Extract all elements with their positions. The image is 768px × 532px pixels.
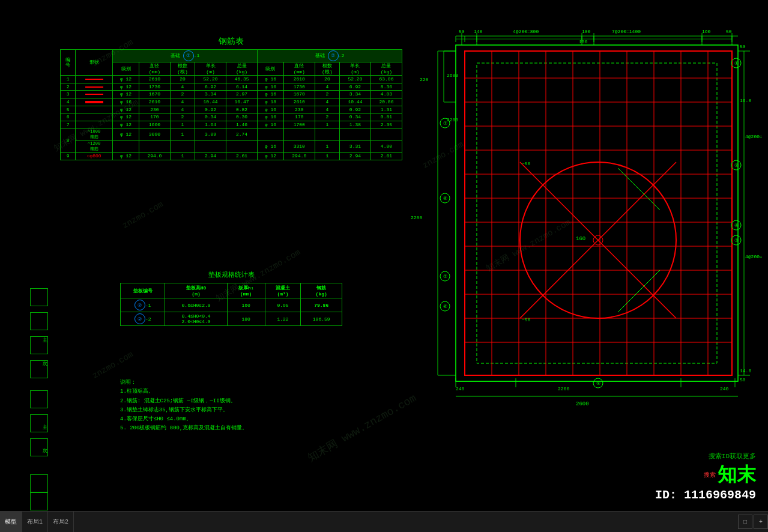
rebar-table-title: 钢筋表 [60, 36, 402, 47]
table-row: 5 φ 12 230 4 0.92 0.82 φ 16 230 4 0.92 1… [61, 106, 402, 113]
col-id: 编号 [61, 50, 76, 76]
section2-header: 基础 ②-2 [257, 50, 402, 62]
svg-text:④: ④ [734, 223, 739, 228]
concrete-table-title: 垫板规格统计表 [120, 270, 342, 279]
svg-text:100: 100 [582, 29, 591, 34]
left-marker-8 [30, 474, 48, 492]
watermark-5: znzmo.com [91, 349, 135, 381]
table-row: 7 φ 12 1660 1 1.64 1.46 φ 16 1700 1 1.38… [61, 121, 402, 128]
tab-model[interactable]: 模型 [0, 512, 22, 532]
svg-text:240: 240 [720, 386, 729, 391]
table-row: 8 ⌒1000箍筋 φ 12 3090 1 3.09 2.74 [61, 128, 402, 141]
section1-header: 基础 ②-1 [113, 50, 258, 62]
zoom-control[interactable]: □ [738, 515, 752, 529]
svg-text:140: 140 [474, 29, 483, 34]
bottom-toolbar: 模型 布局1 布局2 □ + [0, 511, 768, 532]
tab-layout1[interactable]: 布局1 [22, 512, 48, 532]
svg-text:2200: 2200 [558, 386, 569, 391]
svg-text:4@200=800: 4@200=800 [513, 29, 539, 34]
svg-text:220: 220 [420, 77, 429, 82]
logo-id: ID: 1116969849 [655, 488, 756, 502]
table-row: 9 ○φ800 φ 12 294.0 1 2.94 2.61 φ 12 294.… [61, 152, 402, 160]
rebar-table-section: 钢筋表 编号 形状 基础 ②-1 基础 ②-2 级别 直径(mm) 根数(根) … [60, 36, 402, 160]
svg-text:7@200=1400: 7@200=1400 [612, 29, 641, 34]
svg-text:160: 160 [576, 236, 585, 242]
table-row: 6 φ 12 170 2 0.34 0.30 φ 16 170 2 0.34 0… [61, 113, 402, 121]
svg-text:4@200=800: 4@200=800 [745, 254, 762, 259]
left-marker-6 [30, 414, 48, 432]
logo-area: 搜索ID获取更多 搜索 知末 ID: 1116969849 [655, 452, 756, 502]
left-markers: 主 次 主 次 [0, 0, 60, 516]
cad-drawing: 50 140 4@200=800 100 7@200=1400 160 50 [408, 18, 762, 426]
concrete-table: 垫板编号 垫板高H0(m) 板厚h₁(mm) 混凝土(m³) 钢筋(kg) ②-… [120, 283, 342, 326]
svg-text:14.0: 14.0 [740, 368, 751, 373]
notes-section: 说明： 1.柱顶标高。 2.钢筋: 混凝土C25;钢筋 —I级钢，—II级钢。 … [120, 378, 247, 434]
svg-text:2200: 2200 [411, 215, 422, 220]
svg-text:③: ③ [734, 238, 739, 243]
left-marker-5 [30, 390, 48, 408]
table-row: 4 φ 16 2610 4 10.44 16.47 φ 18 2610 4 10… [61, 98, 402, 106]
svg-text:100: 100 [579, 39, 588, 44]
watermark-3: znzmo.com [121, 199, 165, 231]
concrete-table-section: 垫板规格统计表 垫板编号 垫板高H0(m) 板厚h₁(mm) 混凝土(m³) 钢… [120, 270, 342, 326]
svg-text:2600: 2600 [447, 73, 458, 78]
table-row: ⌒1200箍筋 φ 16 3310 1 3.31 4.00 [61, 141, 402, 153]
logo-brand: 知末 [718, 462, 756, 488]
svg-text:~50: ~50 [522, 161, 531, 166]
svg-text:50: 50 [740, 377, 746, 382]
svg-text:⑥: ⑥ [443, 304, 447, 309]
svg-text:~50: ~50 [522, 317, 531, 322]
svg-text:⑧: ⑧ [443, 196, 447, 201]
cad-svg: 50 140 4@200=800 100 7@200=1400 160 50 [408, 18, 762, 426]
notes-content: 说明： 1.柱顶标高。 2.钢筋: 混凝土C25;钢筋 —I级钢，—II级钢。 … [120, 378, 247, 434]
svg-text:⑨: ⑨ [596, 381, 600, 386]
svg-text:⑤: ⑤ [443, 274, 447, 279]
logo-prefix: 搜索 [704, 471, 716, 479]
svg-text:2200: 2200 [447, 117, 458, 122]
logo-site-text: 搜索ID获取更多 [655, 452, 756, 461]
svg-text:16.0: 16.0 [740, 98, 751, 103]
left-marker-2 [30, 312, 48, 330]
watermark-6: 知末网 www.znzmo.com [305, 390, 419, 464]
left-marker-3 [30, 336, 48, 354]
svg-text:50: 50 [726, 29, 732, 34]
left-marker-4 [30, 360, 48, 378]
main-canvas: znzmo.com 知末网 www.znzmo.com znzmo.com 知末… [0, 0, 768, 532]
concrete-row: ②-1 0.6≤H0≤2.0 160 0.95 79.86 [121, 298, 342, 312]
rebar-table: 编号 形状 基础 ②-1 基础 ②-2 级别 直径(mm) 根数(根) 单长(m… [60, 49, 402, 160]
svg-text:①: ① [734, 61, 739, 66]
concrete-row: ②-2 0.4≤H0<0.42.0<H0≤4.0 180 1.22 196.59 [121, 312, 342, 326]
table-row: 1 φ 12 2610 20 52.20 46.35 φ 16 2610 20 … [61, 76, 402, 83]
table-row: 2 φ 12 1730 4 6.92 6.14 φ 16 1730 4 6.92… [61, 83, 402, 91]
col-shape: 形状 [76, 50, 113, 76]
svg-text:160: 160 [702, 29, 711, 34]
svg-text:4@200=800: 4@200=800 [745, 134, 762, 139]
svg-text:②: ② [734, 163, 739, 168]
tab-layout2[interactable]: 布局2 [48, 512, 74, 532]
left-marker-9 [30, 492, 48, 510]
left-marker-7 [30, 438, 48, 456]
table-row: 3 φ 12 1670 2 3.34 2.97 φ 16 1670 2 3.34… [61, 91, 402, 98]
bottom-right-controls: □ + [738, 515, 768, 529]
svg-text:50: 50 [740, 44, 746, 49]
pan-control[interactable]: + [754, 515, 768, 529]
left-marker-1 [30, 288, 48, 306]
svg-text:2600: 2600 [576, 401, 589, 407]
svg-text:240: 240 [456, 386, 465, 391]
